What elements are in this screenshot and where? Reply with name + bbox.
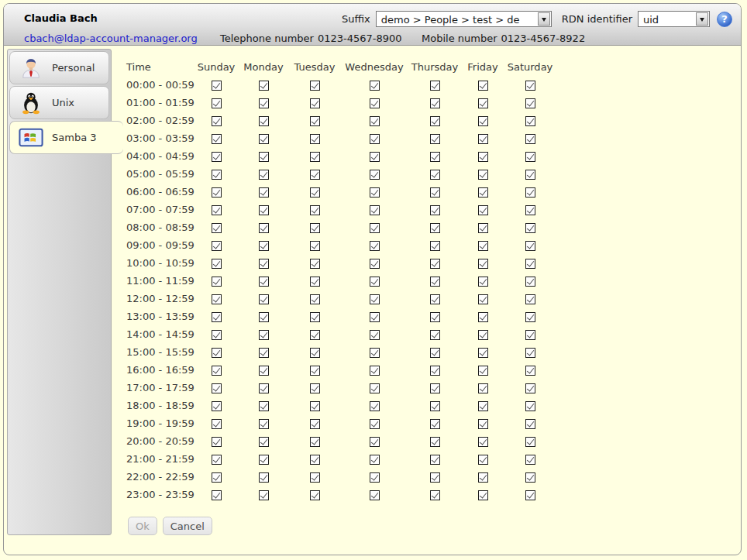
checkbox-friday-19[interactable] [478, 419, 488, 429]
checkbox-saturday-20[interactable] [525, 437, 535, 447]
checkbox-saturday-21[interactable] [525, 455, 535, 465]
checkbox-monday-05[interactable] [259, 170, 269, 180]
checkbox-wednesday-05[interactable] [370, 170, 380, 180]
checkbox-tuesday-17[interactable] [310, 383, 320, 393]
checkbox-saturday-08[interactable] [525, 223, 535, 233]
checkbox-saturday-23[interactable] [525, 490, 535, 500]
checkbox-saturday-18[interactable] [525, 401, 535, 411]
checkbox-sunday-04[interactable] [212, 152, 222, 162]
rdn-select-arrow-button[interactable] [696, 12, 708, 26]
checkbox-wednesday-03[interactable] [370, 134, 380, 144]
checkbox-friday-08[interactable] [478, 223, 488, 233]
checkbox-monday-21[interactable] [259, 455, 269, 465]
checkbox-tuesday-10[interactable] [310, 259, 320, 269]
checkbox-thursday-15[interactable] [430, 348, 440, 358]
checkbox-saturday-15[interactable] [525, 348, 535, 358]
checkbox-sunday-02[interactable] [212, 116, 222, 126]
checkbox-tuesday-14[interactable] [310, 330, 320, 340]
checkbox-friday-15[interactable] [478, 348, 488, 358]
checkbox-thursday-16[interactable] [430, 366, 440, 376]
checkbox-monday-01[interactable] [259, 98, 269, 108]
checkbox-saturday-04[interactable] [525, 152, 535, 162]
checkbox-thursday-09[interactable] [430, 241, 440, 251]
checkbox-thursday-22[interactable] [430, 472, 440, 483]
checkbox-wednesday-06[interactable] [370, 187, 380, 198]
checkbox-friday-13[interactable] [478, 312, 488, 322]
checkbox-thursday-08[interactable] [430, 223, 440, 233]
checkbox-wednesday-23[interactable] [370, 490, 380, 500]
checkbox-monday-07[interactable] [259, 205, 269, 215]
checkbox-thursday-20[interactable] [430, 437, 440, 447]
checkbox-monday-22[interactable] [259, 472, 269, 483]
checkbox-sunday-10[interactable] [212, 259, 222, 269]
rdn-identifier-select[interactable]: uid [638, 11, 710, 27]
checkbox-sunday-00[interactable] [212, 81, 222, 91]
checkbox-thursday-18[interactable] [430, 401, 440, 411]
checkbox-thursday-04[interactable] [430, 152, 440, 162]
checkbox-thursday-12[interactable] [430, 294, 440, 304]
suffix-select[interactable]: demo > People > test > de [376, 11, 552, 27]
checkbox-tuesday-22[interactable] [310, 472, 320, 483]
checkbox-monday-00[interactable] [259, 81, 269, 91]
checkbox-saturday-16[interactable] [525, 366, 535, 376]
checkbox-wednesday-20[interactable] [370, 437, 380, 447]
checkbox-thursday-01[interactable] [430, 98, 440, 108]
checkbox-friday-18[interactable] [478, 401, 488, 411]
checkbox-sunday-21[interactable] [212, 455, 222, 465]
checkbox-wednesday-09[interactable] [370, 241, 380, 251]
checkbox-wednesday-00[interactable] [370, 81, 380, 91]
checkbox-friday-06[interactable] [478, 187, 488, 198]
checkbox-thursday-11[interactable] [430, 277, 440, 287]
checkbox-sunday-07[interactable] [212, 205, 222, 215]
checkbox-friday-03[interactable] [478, 134, 488, 144]
checkbox-friday-04[interactable] [478, 152, 488, 162]
checkbox-monday-15[interactable] [259, 348, 269, 358]
checkbox-monday-13[interactable] [259, 312, 269, 322]
checkbox-friday-01[interactable] [478, 98, 488, 108]
checkbox-friday-16[interactable] [478, 366, 488, 376]
checkbox-wednesday-18[interactable] [370, 401, 380, 411]
checkbox-saturday-09[interactable] [525, 241, 535, 251]
checkbox-friday-12[interactable] [478, 294, 488, 304]
checkbox-wednesday-14[interactable] [370, 330, 380, 340]
checkbox-sunday-03[interactable] [212, 134, 222, 144]
checkbox-thursday-19[interactable] [430, 419, 440, 429]
checkbox-tuesday-05[interactable] [310, 170, 320, 180]
checkbox-saturday-06[interactable] [525, 187, 535, 198]
checkbox-monday-14[interactable] [259, 330, 269, 340]
checkbox-wednesday-15[interactable] [370, 348, 380, 358]
checkbox-tuesday-02[interactable] [310, 116, 320, 126]
checkbox-friday-11[interactable] [478, 277, 488, 287]
checkbox-sunday-13[interactable] [212, 312, 222, 322]
checkbox-tuesday-21[interactable] [310, 455, 320, 465]
checkbox-wednesday-12[interactable] [370, 294, 380, 304]
checkbox-wednesday-07[interactable] [370, 205, 380, 215]
checkbox-wednesday-17[interactable] [370, 383, 380, 393]
checkbox-tuesday-16[interactable] [310, 366, 320, 376]
checkbox-wednesday-16[interactable] [370, 366, 380, 376]
checkbox-sunday-01[interactable] [212, 98, 222, 108]
checkbox-thursday-17[interactable] [430, 383, 440, 393]
checkbox-monday-11[interactable] [259, 277, 269, 287]
checkbox-monday-09[interactable] [259, 241, 269, 251]
checkbox-monday-16[interactable] [259, 366, 269, 376]
checkbox-monday-03[interactable] [259, 134, 269, 144]
checkbox-monday-18[interactable] [259, 401, 269, 411]
checkbox-tuesday-18[interactable] [310, 401, 320, 411]
checkbox-tuesday-23[interactable] [310, 490, 320, 500]
checkbox-thursday-07[interactable] [430, 205, 440, 215]
checkbox-sunday-12[interactable] [212, 294, 222, 304]
checkbox-monday-10[interactable] [259, 259, 269, 269]
checkbox-thursday-00[interactable] [430, 81, 440, 91]
checkbox-sunday-09[interactable] [212, 241, 222, 251]
checkbox-friday-05[interactable] [478, 170, 488, 180]
checkbox-monday-06[interactable] [259, 187, 269, 198]
checkbox-saturday-10[interactable] [525, 259, 535, 269]
checkbox-friday-23[interactable] [478, 490, 488, 500]
checkbox-sunday-18[interactable] [212, 401, 222, 411]
checkbox-tuesday-13[interactable] [310, 312, 320, 322]
checkbox-wednesday-04[interactable] [370, 152, 380, 162]
checkbox-monday-23[interactable] [259, 490, 269, 500]
checkbox-monday-20[interactable] [259, 437, 269, 447]
checkbox-tuesday-01[interactable] [310, 98, 320, 108]
